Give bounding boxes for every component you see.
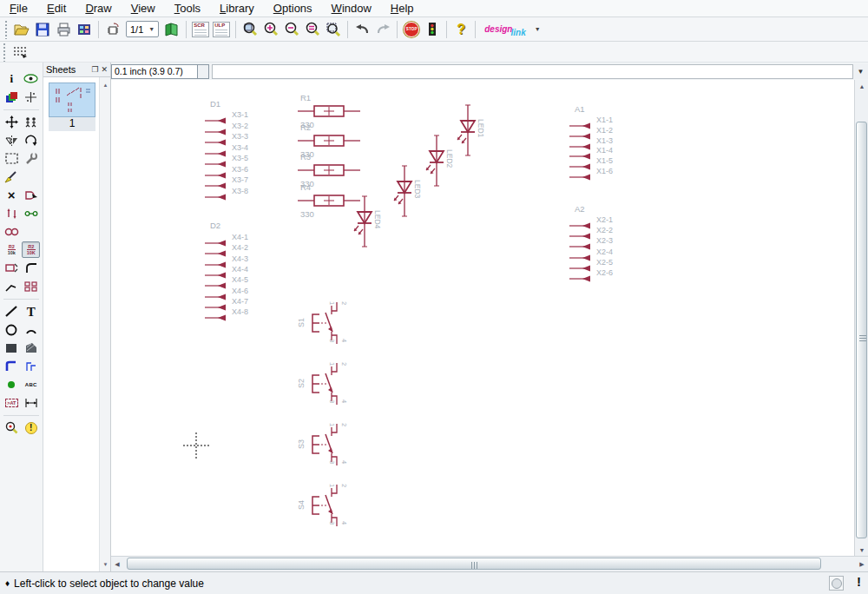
- add-tool[interactable]: [22, 187, 40, 203]
- designlink-button[interactable]: design link ▼: [479, 24, 545, 34]
- stop-button[interactable]: STOP: [401, 19, 422, 40]
- invoke-tool[interactable]: [22, 278, 40, 294]
- switch-S1[interactable]: S11234: [297, 299, 347, 351]
- toolbar-drag-handle[interactable]: [3, 43, 7, 62]
- arc-tool[interactable]: [22, 321, 40, 338]
- status-alert-icon[interactable]: !: [857, 574, 861, 589]
- change-tool[interactable]: [22, 150, 40, 167]
- name-tool[interactable]: R210k: [3, 241, 21, 258]
- cut-tool[interactable]: [3, 168, 21, 185]
- connector-name[interactable]: A2: [575, 204, 585, 214]
- led-LED2[interactable]: LED2: [424, 134, 461, 191]
- sheet-selector[interactable]: 1/1 ▼: [126, 21, 159, 37]
- sheet-thumbnail[interactable]: [49, 82, 95, 117]
- board-button[interactable]: [102, 19, 123, 40]
- net-tool[interactable]: [22, 358, 40, 374]
- connector-pin[interactable]: [569, 168, 592, 184]
- connector-name[interactable]: D1: [210, 99, 220, 109]
- command-history-dropdown[interactable]: ▼: [853, 64, 868, 79]
- run-script-button[interactable]: SCR: [190, 19, 211, 40]
- zoom-redraw-button[interactable]: [302, 19, 323, 40]
- switch-S3[interactable]: S31234: [297, 420, 347, 472]
- wire-tool[interactable]: [3, 303, 21, 320]
- dimension-tool[interactable]: [22, 394, 40, 411]
- menu-view[interactable]: View: [122, 0, 165, 16]
- value-tool[interactable]: R210K: [22, 241, 40, 258]
- undo-button[interactable]: [352, 19, 372, 40]
- vertical-scrollbar-thumb[interactable]: [856, 122, 867, 538]
- command-input[interactable]: [212, 64, 853, 79]
- delete-tool[interactable]: ×: [3, 187, 21, 203]
- print-button[interactable]: [53, 19, 74, 40]
- sheets-panel-scrollbar[interactable]: ▲ ▼: [99, 77, 110, 571]
- replace-tool[interactable]: [3, 223, 21, 240]
- switch-S2[interactable]: S21234: [297, 360, 347, 412]
- close-panel-icon[interactable]: ✕: [101, 65, 108, 74]
- scroll-down-icon[interactable]: ▼: [855, 544, 868, 556]
- help-button[interactable]: ?: [450, 19, 471, 40]
- mirror-tool[interactable]: [3, 132, 21, 148]
- led-LED4[interactable]: LED4: [352, 195, 389, 252]
- rect-tool[interactable]: [3, 340, 21, 356]
- scroll-up-icon[interactable]: ▲: [100, 79, 111, 90]
- menu-file[interactable]: File: [0, 0, 37, 16]
- horizontal-scrollbar-thumb[interactable]: [127, 558, 821, 570]
- connector-name[interactable]: D2: [210, 221, 220, 230]
- zoom-in-button[interactable]: [260, 19, 281, 40]
- miter-tool[interactable]: [22, 260, 40, 276]
- erc-tool[interactable]: !: [22, 419, 40, 436]
- move-tool[interactable]: [3, 114, 21, 130]
- menu-draw[interactable]: Draw: [76, 0, 121, 16]
- menu-window[interactable]: Window: [322, 0, 381, 16]
- horizontal-scrollbar[interactable]: ◀ ▶: [111, 556, 868, 571]
- menu-library[interactable]: Library: [210, 0, 264, 16]
- info-tool[interactable]: i: [3, 70, 21, 87]
- save-button[interactable]: [32, 19, 53, 40]
- polygon-tool[interactable]: [22, 340, 40, 356]
- zoom-out-button[interactable]: [281, 19, 302, 40]
- open-button[interactable]: [11, 19, 32, 40]
- scroll-down-icon[interactable]: ▼: [100, 558, 111, 570]
- led-LED1[interactable]: LED1: [456, 103, 492, 161]
- library-button[interactable]: [161, 19, 182, 40]
- status-indicator-button[interactable]: [829, 576, 844, 591]
- gateswap-tool[interactable]: [22, 205, 40, 221]
- smash-tool[interactable]: [3, 260, 21, 276]
- sheet-number-label[interactable]: 1: [49, 117, 95, 131]
- rotate-tool[interactable]: [22, 132, 40, 148]
- scroll-up-icon[interactable]: ▲: [855, 80, 868, 92]
- schematic-canvas[interactable]: D1X3-1X3-2X3-3X3-4X3-5X3-6X3-7X3-8D2X4-1…: [111, 80, 854, 556]
- toolbar-drag-handle[interactable]: [4, 20, 9, 39]
- mark-tool[interactable]: [22, 89, 40, 105]
- menu-tools[interactable]: Tools: [165, 0, 210, 16]
- split-tool[interactable]: [3, 278, 21, 294]
- connector-name[interactable]: A1: [575, 104, 585, 114]
- resistor-R4[interactable]: R4330: [298, 182, 360, 223]
- show-tool[interactable]: [22, 70, 40, 87]
- export-image-button[interactable]: [74, 19, 95, 40]
- scroll-right-icon[interactable]: ▶: [856, 557, 868, 572]
- connector-pin[interactable]: [205, 188, 227, 204]
- circle-tool[interactable]: [3, 321, 21, 338]
- connector-pin[interactable]: [205, 309, 227, 325]
- menu-edit[interactable]: Edit: [37, 0, 76, 16]
- vertical-scrollbar[interactable]: ▲ ▼: [854, 80, 868, 556]
- group-tool[interactable]: [3, 150, 21, 167]
- grid-button[interactable]: [10, 42, 30, 63]
- menu-options[interactable]: Options: [264, 0, 322, 16]
- pinswap-tool[interactable]: [3, 205, 21, 221]
- scroll-left-icon[interactable]: ◀: [111, 557, 123, 572]
- zoom-select-button[interactable]: [323, 19, 344, 40]
- junction-tool[interactable]: [3, 376, 21, 393]
- zoom-fit-button[interactable]: [240, 19, 260, 40]
- copy-tool[interactable]: [22, 114, 40, 130]
- redo-button[interactable]: [372, 19, 393, 40]
- switch-S4[interactable]: S41234: [297, 481, 347, 533]
- float-panel-icon[interactable]: ❐: [91, 65, 98, 74]
- run-ulp-button[interactable]: ULP: [211, 19, 232, 40]
- led-LED3[interactable]: LED3: [392, 164, 429, 221]
- bus-tool[interactable]: [3, 358, 21, 374]
- display-tool[interactable]: [3, 89, 21, 105]
- traffic-light-button[interactable]: [422, 19, 443, 40]
- text-tool[interactable]: T: [22, 303, 40, 320]
